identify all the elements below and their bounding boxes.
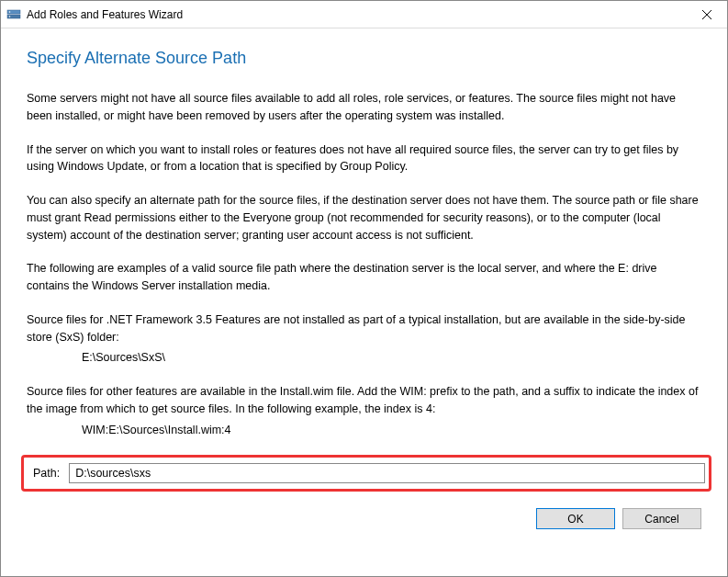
close-icon (702, 10, 711, 19)
svg-point-2 (9, 11, 11, 13)
example-path-1: E:\Sources\SxS\ (82, 349, 701, 367)
path-label: Path: (33, 467, 60, 480)
description-paragraph-6: Source files for other features are avai… (27, 383, 701, 418)
description-paragraph-5: Source files for .NET Framework 3.5 Feat… (27, 311, 701, 346)
close-button[interactable] (686, 1, 727, 28)
description-paragraph-2: If the server on which you want to insta… (27, 141, 701, 176)
page-heading: Specify Alternate Source Path (27, 49, 701, 68)
svg-point-3 (9, 16, 11, 17)
dialog-content: Specify Alternate Source Path Some serve… (1, 28, 727, 538)
dialog-buttons: OK Cancel (27, 508, 701, 529)
titlebar: Add Roles and Features Wizard (1, 1, 727, 28)
window-title: Add Roles and Features Wizard (27, 8, 686, 21)
description-paragraph-1: Some servers might not have all source f… (27, 90, 701, 125)
server-manager-icon (6, 7, 21, 22)
path-input-row: Path: (21, 455, 711, 492)
cancel-button[interactable]: Cancel (622, 508, 701, 529)
path-input[interactable] (69, 463, 705, 483)
example-path-2: WIM:E:\Sources\Install.wim:4 (82, 422, 701, 439)
description-paragraph-4: The following are examples of a valid so… (27, 260, 701, 295)
ok-button[interactable]: OK (536, 508, 615, 529)
description-paragraph-3: You can also specify an alternate path f… (27, 192, 701, 243)
